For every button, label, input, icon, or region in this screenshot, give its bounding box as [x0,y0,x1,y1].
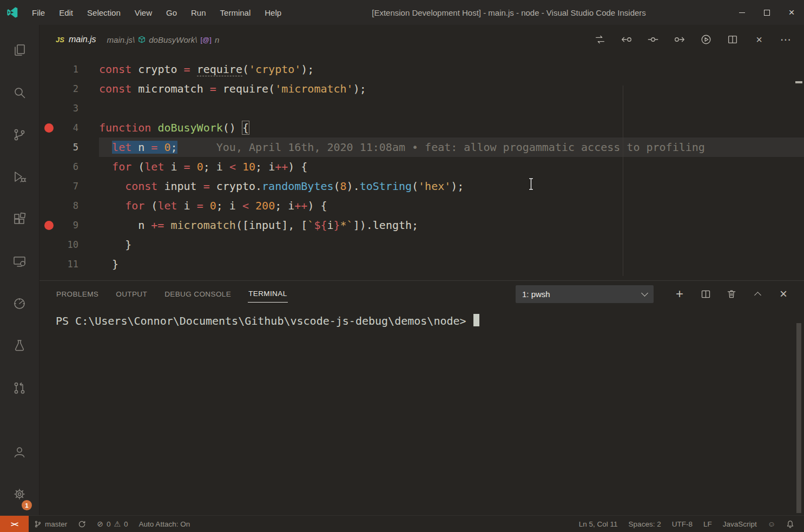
more-actions-button[interactable]: ⋯ [779,33,792,46]
close-panel-button[interactable]: × [777,287,790,300]
maximize-icon [764,10,770,16]
language-mode-status[interactable]: JavaScript [717,516,762,532]
continue-button[interactable] [673,33,686,46]
breakpoint-column[interactable] [39,123,58,133]
problems-status[interactable]: ⊘ 0 ⚠ 0 [91,516,133,532]
sidebar-item-extensions[interactable] [0,198,39,240]
gutter[interactable]: 4 [39,118,99,137]
gutter[interactable]: 1 [39,60,99,79]
accounts-button[interactable] [0,431,39,473]
code-row[interactable]: 2const micromatch = require('micromatch'… [39,79,804,98]
code-row[interactable]: 4function doBusyWork() { [39,118,804,137]
tab-main-js[interactable]: JS main.js [56,35,96,44]
sidebar-item-remote-explorer[interactable] [0,240,39,283]
sidebar-item-run-debug[interactable] [0,156,39,198]
code-token [236,160,242,173]
code-row[interactable]: 6 for (let i = 0; i < 10; i++) { [39,157,804,176]
remote-indicator[interactable]: >< [0,516,29,532]
tab-output[interactable]: OUTPUT [115,286,148,303]
code-token: ; i [255,160,275,173]
code-row[interactable]: 1const crypto = require('crypto'); [39,60,804,79]
split-terminal-button[interactable] [699,287,712,300]
tab-problems[interactable]: PROBLEMS [56,286,99,303]
gutter[interactable]: 9 [39,215,99,235]
code-token: ) { [288,160,307,173]
sync-status[interactable] [73,516,91,532]
code-token [177,141,216,154]
github-pull-request-icon [12,381,27,395]
terminal-select[interactable]: 1: pwsh [516,285,654,303]
kill-terminal-button[interactable] [725,287,738,300]
maximize-button[interactable] [754,0,779,25]
sidebar-item-github-pull-requests[interactable] [0,367,39,409]
reverse-continue-button[interactable] [620,33,633,46]
gutter[interactable]: 7 [39,176,99,196]
menu-help[interactable]: Help [258,0,288,25]
code-token: n [131,141,151,154]
code-row[interactable]: 10 } [39,235,804,254]
run-profile-button[interactable] [700,33,713,46]
editor-actions: × ⋯ [594,33,792,46]
minimize-button[interactable] [729,0,754,25]
terminal-output[interactable]: PS C:\Users\Connor\Documents\Github\vsco… [39,307,804,515]
sidebar-item-test[interactable] [0,325,39,367]
breakpoint-dot[interactable] [44,221,54,230]
indentation-status[interactable]: Spaces: 2 [623,516,667,532]
line-number: 1 [58,60,99,79]
sidebar-item-source-control[interactable] [0,114,39,156]
code-line-text: for (let i = 0; i < 200; i++) { [99,196,804,215]
breakpoint-dot[interactable] [44,123,54,133]
gutter[interactable]: 5 [39,137,99,157]
code-row[interactable]: 8 for (let i = 0; i < 200; i++) { [39,196,804,215]
breakpoint-column[interactable] [39,221,58,230]
gutter[interactable]: 3 [39,98,99,118]
breadcrumb-item-leaf[interactable]: n [215,35,219,44]
pause-profile-button[interactable] [647,33,660,46]
split-editor-button[interactable] [726,33,739,46]
menu-run[interactable]: Run [184,0,213,25]
menu-file[interactable]: File [25,0,52,25]
code-editor[interactable]: 1const crypto = require('crypto');2const… [39,54,804,280]
code-row[interactable]: 5 let n = 0; You, April 16th, 2020 11:08… [39,137,804,157]
gutter[interactable]: 10 [39,235,99,254]
menu-terminal[interactable]: Terminal [213,0,258,25]
terminal-scrollbar[interactable] [796,323,801,513]
auto-attach-status[interactable]: Auto Attach: On [134,516,196,532]
code-row[interactable]: 7 const input = crypto.randomBytes(8).to… [39,176,804,196]
settings-button[interactable]: 1 [0,473,39,515]
maximize-panel-button[interactable] [751,287,764,300]
statusbar-right: Ln 5, Col 11 Spaces: 2 UTF-8 LF JavaScri… [574,516,804,532]
gutter[interactable]: 2 [39,79,99,98]
code-token: ; i [275,199,294,212]
close-window-button[interactable]: × [779,0,804,25]
code-row[interactable]: 11 } [39,254,804,274]
gutter[interactable]: 11 [39,254,99,274]
remote-icon: >< [11,520,18,528]
close-editor-button[interactable]: × [753,33,766,46]
code-token [99,199,125,212]
tab-terminal[interactable]: TERMINAL [248,285,287,303]
code-row[interactable]: 3 [39,98,804,118]
gutter[interactable]: 6 [39,157,99,176]
line-number: 4 [58,118,99,137]
menu-view[interactable]: View [128,0,159,25]
menu-edit[interactable]: Edit [52,0,80,25]
gutter[interactable]: 8 [39,196,99,215]
breadcrumb-item-symbol[interactable]: doBusyWork\ [149,35,197,44]
git-branch-status[interactable]: master [29,516,73,532]
menu-go[interactable]: Go [159,0,184,25]
sidebar-item-search[interactable] [0,71,39,114]
compare-changes-button[interactable] [594,33,607,46]
eol-status[interactable]: LF [698,516,717,532]
new-terminal-button[interactable]: + [673,287,686,300]
sidebar-item-explorer[interactable] [0,29,39,71]
feedback-button[interactable]: ☺ [762,516,781,532]
cursor-position-status[interactable]: Ln 5, Col 11 [574,516,623,532]
breadcrumb-item-file[interactable]: main.js\ [107,35,135,44]
menu-selection[interactable]: Selection [80,0,128,25]
code-row[interactable]: 9 n += micromatch([input], [`${i}*`]).le… [39,215,804,235]
tab-debug-console[interactable]: DEBUG CONSOLE [164,286,232,303]
sidebar-item-profiler[interactable] [0,283,39,325]
notifications-button[interactable] [781,516,800,532]
encoding-status[interactable]: UTF-8 [667,516,698,532]
